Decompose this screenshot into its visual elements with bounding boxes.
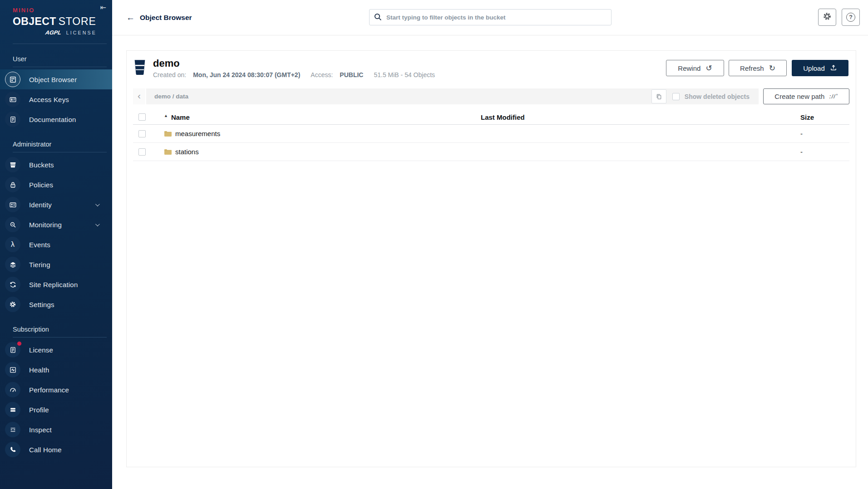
- monitoring-icon: [5, 217, 20, 232]
- section-label: User: [0, 55, 112, 63]
- column-size[interactable]: Size: [794, 113, 849, 121]
- search-input[interactable]: [369, 9, 612, 25]
- sidebar-item-profile[interactable]: Profile: [0, 400, 112, 420]
- sidebar-item-license[interactable]: License: [0, 340, 112, 360]
- settings-icon: [5, 297, 20, 312]
- sidebar-item-label: Identity: [29, 201, 52, 209]
- sidebar-item-label: Access Keys: [29, 96, 69, 103]
- sidebar-item-label: Settings: [29, 301, 54, 308]
- sidebar-item-policies[interactable]: Policies: [0, 175, 112, 195]
- sidebar-item-inspect[interactable]: Inspect: [0, 420, 112, 440]
- bucket-header: demo Created on: Mon, Jun 24 2024 08:30:…: [133, 51, 849, 85]
- health-icon: [5, 362, 20, 377]
- sidebar-item-label: Events: [29, 241, 50, 249]
- sidebar-item-label: Monitoring: [29, 221, 62, 229]
- events-icon: λ: [5, 237, 20, 252]
- sidebar-item-events[interactable]: λEvents: [0, 235, 112, 254]
- help-icon: ?: [846, 13, 855, 22]
- browser-bar: ‹ demo / data Show deleted objects Creat…: [133, 88, 849, 104]
- call-home-icon: [5, 442, 20, 457]
- refresh-button[interactable]: Refresh ↻: [729, 60, 787, 76]
- section-label: Subscription: [0, 326, 112, 333]
- table-row-stations[interactable]: stations-: [133, 143, 849, 161]
- sidebar-item-site-replication[interactable]: Site Replication: [0, 274, 112, 294]
- new-path-icon: ://˚: [829, 93, 838, 100]
- bucket-icon: [134, 59, 146, 78]
- sidebar-item-label: Performance: [29, 386, 69, 394]
- object-name-cell[interactable]: measurements: [164, 130, 481, 137]
- copy-path-button[interactable]: [651, 89, 666, 103]
- section-label: Administrator: [0, 141, 112, 148]
- breadcrumb: demo / data: [154, 93, 188, 100]
- inspect-icon: [5, 422, 20, 437]
- access-label: Access:: [311, 71, 333, 78]
- sidebar-item-health[interactable]: Health: [0, 360, 112, 380]
- profile-icon: [5, 402, 20, 417]
- select-all-checkbox[interactable]: [138, 113, 146, 121]
- copy-icon: [656, 93, 662, 100]
- performance-icon: [5, 382, 20, 397]
- top-bar: ← Object Browser ?: [112, 0, 868, 35]
- chevron-down-icon: [95, 222, 100, 226]
- policies-icon: [5, 177, 20, 192]
- object-name: measurements: [175, 130, 220, 137]
- create-new-path-button[interactable]: Create new path ://˚: [763, 88, 849, 104]
- show-deleted-label: Show deleted objects: [685, 93, 750, 100]
- sidebar-item-performance[interactable]: Performance: [0, 380, 112, 400]
- agpl-badge: AGPL: [45, 29, 62, 36]
- row-checkbox[interactable]: [138, 148, 146, 156]
- show-deleted-toggle[interactable]: Show deleted objects: [672, 93, 750, 100]
- path-back-button[interactable]: ‹: [133, 88, 146, 104]
- minio-wordmark: MINIO: [13, 7, 105, 14]
- search-icon: [374, 13, 382, 23]
- access-value: PUBLIC: [340, 71, 363, 78]
- sidebar-item-label: Site Replication: [29, 281, 78, 289]
- rewind-button[interactable]: Rewind ↺: [666, 60, 724, 76]
- sidebar-item-buckets[interactable]: Buckets: [0, 155, 112, 175]
- show-deleted-checkbox[interactable]: [672, 93, 680, 100]
- object-name-cell[interactable]: stations: [164, 148, 481, 156]
- sidebar-item-label: Documentation: [29, 116, 76, 123]
- sidebar-item-label: Policies: [29, 181, 53, 189]
- upload-button[interactable]: Upload: [792, 60, 848, 76]
- upload-icon: [830, 64, 837, 73]
- row-checkbox[interactable]: [138, 130, 146, 137]
- sidebar-item-object-browser[interactable]: Object Browser: [0, 69, 112, 89]
- back-to-buckets[interactable]: ← Object Browser: [126, 13, 192, 22]
- buckets-icon: [5, 157, 20, 172]
- sidebar-item-settings[interactable]: Settings: [0, 294, 112, 314]
- table-row-measurements[interactable]: measurements-: [133, 125, 849, 143]
- folder-icon: [164, 148, 172, 155]
- object-browser-icon: [5, 72, 20, 87]
- license-label: LICENSE: [66, 30, 97, 35]
- sidebar-item-documentation[interactable]: Documentation: [0, 109, 112, 129]
- divider: [13, 44, 107, 44]
- documentation-icon: [5, 112, 20, 127]
- collapse-sidebar-icon[interactable]: ⇤: [100, 3, 106, 12]
- settings-button[interactable]: [818, 9, 836, 26]
- app: ⇤ MINIO OBJECTSTORE AGPL LICENSE UserObj…: [0, 0, 868, 489]
- sort-asc-icon: ▲: [164, 113, 168, 118]
- column-last-modified[interactable]: Last Modified: [481, 113, 794, 121]
- sidebar-item-access-keys[interactable]: Access Keys: [0, 89, 112, 109]
- sidebar-item-label: Call Home: [29, 446, 62, 454]
- sidebar-item-tiering[interactable]: Tiering: [0, 254, 112, 274]
- sidebar-item-label: Health: [29, 366, 49, 374]
- sidebar-item-identity[interactable]: Identity: [0, 195, 112, 215]
- folder-icon: [164, 130, 172, 137]
- sidebar-nav: UserObject BrowserAccess KeysDocumentati…: [0, 55, 112, 460]
- object-size: -: [794, 148, 849, 156]
- minio-logo: MINIO OBJECTSTORE AGPL LICENSE: [0, 0, 112, 36]
- column-name[interactable]: ▲ Name: [164, 113, 481, 121]
- sidebar-item-call-home[interactable]: Call Home: [0, 440, 112, 460]
- table-body: measurements-stations-: [133, 125, 849, 161]
- notification-dot: [17, 341, 22, 346]
- help-button[interactable]: ?: [842, 9, 860, 26]
- sidebar-section-administrator: AdministratorBucketsPoliciesIdentityMoni…: [0, 141, 112, 314]
- back-arrow-icon: ←: [126, 13, 135, 22]
- gear-icon: [822, 11, 832, 23]
- sidebar-item-label: Profile: [29, 406, 49, 414]
- sidebar-item-monitoring[interactable]: Monitoring: [0, 215, 112, 235]
- identity-icon: [5, 197, 20, 212]
- object-filter: [369, 9, 612, 25]
